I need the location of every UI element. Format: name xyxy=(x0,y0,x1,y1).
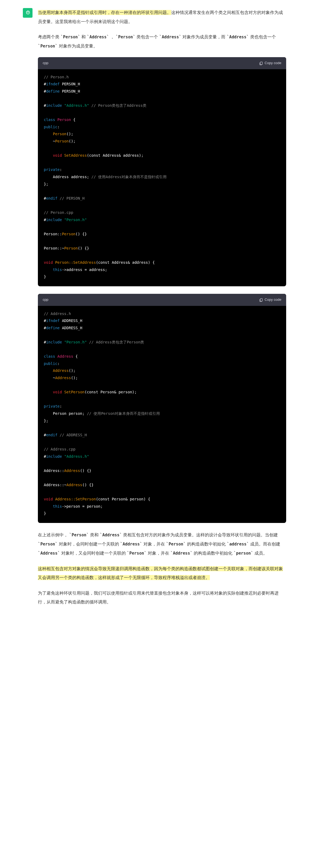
inline-code: `Person` xyxy=(69,533,89,537)
copy-code-button[interactable]: Copy code xyxy=(259,297,281,303)
paragraph-4: 这种相互包含对方对象的情况会导致无限递归调用构造函数，因为每个类的构造函数都试图… xyxy=(38,564,286,582)
inline-code: `Person` xyxy=(60,35,80,39)
chatgpt-avatar xyxy=(23,8,32,18)
code-body: // Person.h #ifndef PERSON_H #define PER… xyxy=(38,69,286,286)
svg-rect-0 xyxy=(23,8,32,18)
clipboard-icon xyxy=(259,61,263,65)
clipboard-icon xyxy=(259,298,263,302)
svg-rect-1 xyxy=(260,62,262,64)
code-block-address: cpp Copy code // Address.h #ifndef ADDRE… xyxy=(38,294,286,523)
inline-code: `Person` xyxy=(38,542,57,547)
paragraph-1: 当使用对象本身而不是指针或引用时，存在一种潜在的环状引用问题。这种情况通常发生在… xyxy=(38,8,286,26)
inline-code: `person` xyxy=(233,551,253,556)
inline-code: `Address` xyxy=(227,35,249,39)
inline-code: `Person` xyxy=(38,44,57,49)
code-lang-label: cpp xyxy=(43,60,48,66)
code-body: // Address.h #ifndef ADDRESS_H #define A… xyxy=(38,306,286,523)
inline-code: `Person` xyxy=(116,35,135,39)
code-block-person: cpp Copy code // Person.h #ifndef PERSON… xyxy=(38,57,286,286)
copy-code-button[interactable]: Copy code xyxy=(259,60,281,66)
paragraph-5: 为了避免这种环状引用问题，我们可以使用指针或引用来代替直接包含对象本身，这样可以… xyxy=(38,589,286,607)
inline-code: `Person` xyxy=(127,551,146,556)
highlight-2: 这种相互包含对方对象的情况会导致无限递归调用构造函数，因为每个类的构造函数都试图… xyxy=(38,566,283,580)
code-header: cpp Copy code xyxy=(38,294,286,306)
inline-code: `Address` xyxy=(159,35,181,39)
code-header: cpp Copy code xyxy=(38,57,286,69)
message-content: 当使用对象本身而不是指针或引用时，存在一种潜在的环状引用问题。这种情况通常发生在… xyxy=(38,8,286,613)
svg-rect-2 xyxy=(260,298,262,301)
inline-code: `Address` xyxy=(38,551,60,556)
paragraph-3: 在上述示例中， `Person` 类和 `Address` 类相互包含对方的对象… xyxy=(38,530,286,558)
inline-code: `Address` xyxy=(100,533,122,537)
copy-code-label: Copy code xyxy=(265,297,281,303)
inline-code: `Address` xyxy=(170,551,192,556)
copy-code-label: Copy code xyxy=(265,60,281,66)
inline-code: `Address` xyxy=(120,542,142,547)
inline-code: `address` xyxy=(227,542,249,547)
inline-code: `Address` xyxy=(87,35,109,39)
inline-code: `Person` xyxy=(166,542,186,547)
code-lang-label: cpp xyxy=(43,297,48,303)
paragraph-2: 考虑两个类 `Person` 和 `Address` ， `Person` 类包… xyxy=(38,32,286,51)
highlight-1: 当使用对象本身而不是指针或引用时，存在一种潜在的环状引用问题。 xyxy=(38,10,171,15)
